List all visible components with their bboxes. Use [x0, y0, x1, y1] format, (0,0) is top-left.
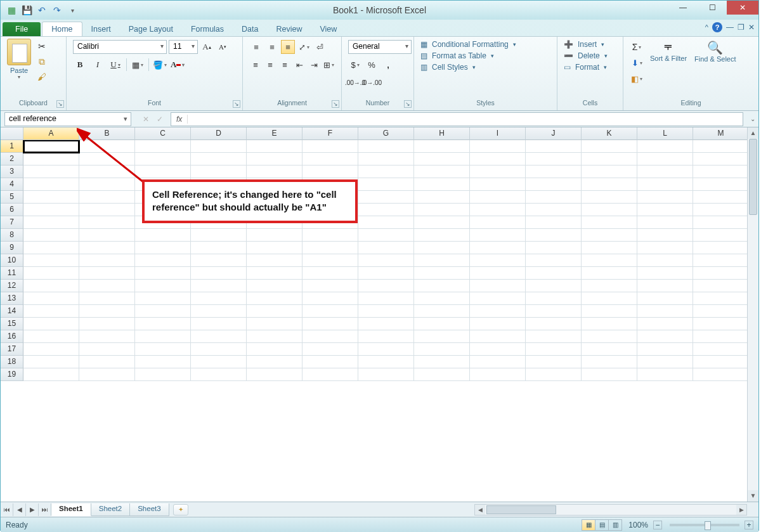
cell-C2[interactable] [135, 153, 191, 165]
cell-F19[interactable] [302, 368, 358, 381]
cell-A3[interactable] [23, 165, 79, 178]
workbook-minimize-icon[interactable]: — [726, 23, 734, 32]
cell-B12[interactable] [79, 280, 135, 292]
cell-I13[interactable] [470, 292, 526, 305]
bold-button[interactable]: B [73, 58, 87, 72]
cell-C13[interactable] [135, 292, 191, 305]
cell-C16[interactable] [135, 330, 191, 343]
sheet-tab-3[interactable]: Sheet3 [129, 503, 169, 516]
font-color-button[interactable]: A [171, 58, 185, 72]
cell-H12[interactable] [414, 280, 470, 292]
row-header-17[interactable]: 17 [1, 343, 23, 356]
cell-G10[interactable] [358, 254, 414, 267]
align-top-icon[interactable]: ≡ [249, 40, 263, 54]
normal-view-icon[interactable]: ▦ [582, 519, 595, 531]
col-header-H[interactable]: H [414, 127, 470, 140]
row-header-6[interactable]: 6 [1, 204, 23, 216]
enter-formula-icon[interactable]: ✓ [153, 113, 167, 126]
cell-E1[interactable] [247, 140, 302, 153]
fx-icon[interactable]: fx [171, 115, 188, 124]
cell-G5[interactable] [358, 191, 414, 204]
cell-E17[interactable] [247, 343, 302, 356]
row-header-9[interactable]: 9 [1, 242, 23, 254]
col-header-D[interactable]: D [191, 127, 247, 140]
cell-D17[interactable] [191, 343, 247, 356]
cell-G6[interactable] [358, 204, 414, 216]
row-header-15[interactable]: 15 [1, 318, 23, 330]
number-format-combo[interactable]: General [348, 40, 412, 54]
cell-H19[interactable] [414, 368, 470, 381]
cell-L5[interactable] [637, 191, 693, 204]
cell-F9[interactable] [302, 242, 358, 254]
cell-H2[interactable] [414, 153, 470, 165]
cell-I12[interactable] [470, 280, 526, 292]
tab-page-layout[interactable]: Page Layout [120, 22, 182, 36]
cell-I19[interactable] [470, 368, 526, 381]
cell-A6[interactable] [23, 204, 79, 216]
cell-M7[interactable] [693, 216, 749, 229]
cell-G16[interactable] [358, 330, 414, 343]
sort-filter-button[interactable]: ⫧ Sort & Filter [646, 39, 691, 97]
horizontal-scrollbar[interactable]: ◀ ▶ [474, 504, 747, 516]
workbook-close-icon[interactable]: ✕ [748, 23, 755, 32]
cell-G9[interactable] [358, 242, 414, 254]
delete-cells-button[interactable]: ➖Delete▾ [564, 51, 608, 60]
tab-formulas[interactable]: Formulas [182, 22, 233, 36]
cell-I8[interactable] [470, 229, 526, 242]
cell-A19[interactable] [23, 368, 79, 381]
new-sheet-button[interactable]: ✦ [173, 504, 188, 516]
cell-L11[interactable] [637, 267, 693, 280]
cell-E3[interactable] [247, 165, 302, 178]
cell-D16[interactable] [191, 330, 247, 343]
cell-L2[interactable] [637, 153, 693, 165]
cell-I9[interactable] [470, 242, 526, 254]
tab-data[interactable]: Data [233, 22, 267, 36]
cell-F2[interactable] [302, 153, 358, 165]
col-header-J[interactable]: J [526, 127, 582, 140]
cell-A7[interactable] [23, 216, 79, 229]
cell-A1[interactable] [23, 140, 79, 153]
cell-A9[interactable] [23, 242, 79, 254]
row-header-1[interactable]: 1 [1, 140, 23, 153]
comma-button[interactable]: , [381, 58, 395, 72]
cell-C8[interactable] [135, 229, 191, 242]
cell-J7[interactable] [526, 216, 582, 229]
expand-formula-bar-icon[interactable]: ⌄ [747, 115, 758, 122]
cell-G12[interactable] [358, 280, 414, 292]
cell-K3[interactable] [582, 165, 637, 178]
italic-button[interactable]: I [91, 58, 105, 72]
cell-B19[interactable] [79, 368, 135, 381]
cell-H11[interactable] [414, 267, 470, 280]
page-layout-view-icon[interactable]: ▤ [595, 519, 609, 531]
cell-G8[interactable] [358, 229, 414, 242]
cell-B4[interactable] [79, 178, 135, 191]
redo-icon[interactable]: ↷ [50, 3, 64, 17]
row-header-4[interactable]: 4 [1, 178, 23, 191]
prev-sheet-icon[interactable]: ◀ [13, 503, 26, 516]
cell-J14[interactable] [526, 305, 582, 318]
cell-B3[interactable] [79, 165, 135, 178]
next-sheet-icon[interactable]: ▶ [26, 503, 39, 516]
cell-L16[interactable] [637, 330, 693, 343]
cell-K15[interactable] [582, 318, 637, 330]
cell-C18[interactable] [135, 356, 191, 368]
scroll-up-icon[interactable]: ▲ [748, 127, 758, 139]
cell-I18[interactable] [470, 356, 526, 368]
conditional-formatting-button[interactable]: ▦Conditional Formatting▾ [420, 40, 516, 49]
zoom-level[interactable]: 100% [628, 521, 648, 529]
zoom-in-icon[interactable]: + [745, 521, 753, 529]
cell-K8[interactable] [582, 229, 637, 242]
row-header-5[interactable]: 5 [1, 191, 23, 204]
cell-K16[interactable] [582, 330, 637, 343]
cell-C12[interactable] [135, 280, 191, 292]
cell-E19[interactable] [247, 368, 302, 381]
cell-B7[interactable] [79, 216, 135, 229]
cell-H10[interactable] [414, 254, 470, 267]
qat-customize-icon[interactable]: ▾ [65, 3, 79, 17]
cell-H4[interactable] [414, 178, 470, 191]
cell-B1[interactable] [79, 140, 135, 153]
formula-input[interactable] [188, 115, 743, 124]
format-painter-icon[interactable]: 🖌 [36, 70, 48, 83]
cell-A14[interactable] [23, 305, 79, 318]
cell-J2[interactable] [526, 153, 582, 165]
